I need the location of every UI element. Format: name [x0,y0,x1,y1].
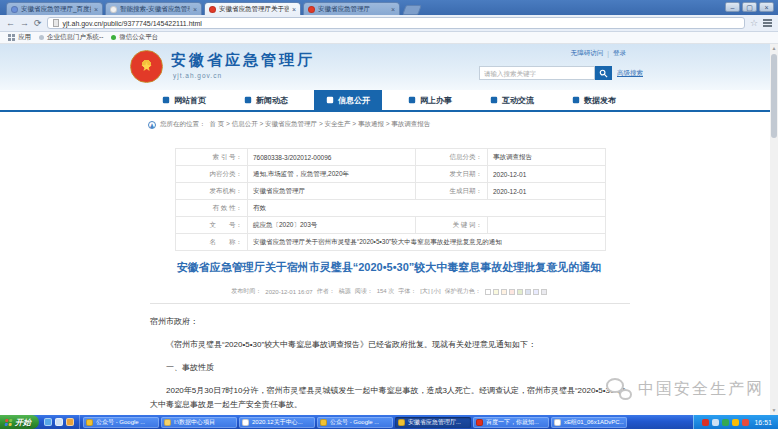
tab-close-icon[interactable]: × [391,6,395,13]
meta-label: 名 称： [176,234,248,251]
eye-color-swatch[interactable] [533,289,539,295]
meta-table-body: 索 引 号： 76080338-3/202012-00096 信息分类： 事故调… [176,149,606,251]
url-field[interactable]: yjt.ah.gov.cn/public/9377745/145422111.h… [47,17,745,29]
nav-item[interactable]: 网上办事 [396,90,464,110]
font-size-label: 字体： [398,287,416,296]
meta-value: 安徽省应急管理厅关于宿州市灵璧县“2020•5•30”较大中毒窒息事故处理批复意… [248,234,606,251]
meta-row: 索 引 号： 76080338-3/202012-00096 信息分类： 事故调… [176,149,606,166]
back-icon[interactable]: ← [6,19,15,28]
location-person-icon: ♟ [148,121,156,129]
eye-color-swatch[interactable] [541,289,547,295]
media-player-icon[interactable] [66,418,74,426]
bookmark-item[interactable]: 企业信息门户系统-- [39,33,103,42]
browser-menu-icon[interactable] [763,19,772,27]
document-meta-table: 索 引 号： 76080338-3/202012-00096 信息分类： 事故调… [175,148,606,251]
taskbar-task-button[interactable]: 安徽省应急管理厅... [395,417,471,428]
tab-favicon [110,6,117,13]
task-label: xE组01_06x1ADvPC... [564,418,624,427]
nav-item[interactable]: 新闻动态 [232,90,300,110]
tab-strip: 安徽省应急管理厅_百度搜 × 智能搜索-安徽省应急管理 × 安徽省应急管理厅关于… [6,2,420,15]
font-size-buttons[interactable]: [大] [小] [420,287,440,296]
views-label: 阅读： [355,287,373,296]
chrome-icon [320,419,327,426]
eye-color-swatch[interactable] [485,289,491,295]
taskbar-task-button[interactable]: 公众号 - Google ... [317,417,393,428]
bookmark-item[interactable]: 微信公众平台 [111,33,158,42]
eye-protect-swatches [485,289,547,295]
eye-color-swatch[interactable] [517,289,523,295]
volume-icon[interactable] [712,419,719,426]
nav-item[interactable]: 网站首页 [150,90,218,110]
nav-item[interactable]: 信息公开 [314,90,382,110]
eye-color-swatch[interactable] [525,289,531,295]
nav-label: 网站首页 [174,95,206,106]
tab-close-icon[interactable]: × [94,6,98,13]
update-icon[interactable] [742,419,749,426]
accessibility-link[interactable]: 无障碍访问 [571,49,604,58]
system-tray: 16:51 [693,415,778,429]
article-title: 安徽省应急管理厅关于宿州市灵璧县“2020•5•30”较大中毒窒息事故处理批复意… [89,260,689,275]
show-desktop-icon[interactable] [55,418,63,426]
new-tab-button[interactable] [402,5,422,15]
browser-tab[interactable]: 智能搜索-安徽省应急管理 × [105,2,202,15]
site-title: 安徽省应急管理厅 [171,51,315,70]
bookmark-favicon [111,35,116,40]
scroll-down-icon[interactable]: ▼ [770,406,778,415]
advanced-search-link[interactable]: 高级搜索 [617,69,643,78]
network-icon[interactable] [722,419,729,426]
link-separator: | [607,50,609,57]
tab-title: 智能搜索-安徽省应急管理 [120,5,190,14]
chrome-icon [398,419,405,426]
taskbar-task-button[interactable]: I:\数据中心项目 [161,417,237,428]
article-paragraph: 《宿州市灵璧县“2020•5•30”较大中毒窒息事故调查报告》已经省政府批复。现… [150,338,630,352]
scroll-up-icon[interactable]: ▲ [770,44,778,53]
url-text: yjt.ah.gov.cn/public/9377745/145422111.h… [63,20,202,27]
scrollbar-thumb[interactable] [771,54,777,138]
forward-icon[interactable]: → [20,19,29,28]
start-button[interactable]: 开始 [0,415,39,429]
meta-label: 发布机构： [176,183,248,200]
login-link[interactable]: 登录 [613,49,626,58]
page-scrollbar[interactable]: ▲ ▼ [770,44,778,415]
windows-logo-icon [5,419,13,426]
browser-tab[interactable]: 安徽省应急管理厅关于宿 × [204,2,301,15]
tab-close-icon[interactable]: × [193,6,197,13]
browser-tab[interactable]: 安徽省应急管理厅_百度搜 × [6,2,103,15]
taskbar-task-button[interactable]: 公众号 - Google ... [83,417,159,428]
meta-value: 通知,市场监管，应急管理,2020年 [248,166,416,183]
eye-color-swatch[interactable] [501,289,507,295]
folder-icon [164,419,171,426]
bookmark-star-icon[interactable]: ☆ [750,19,758,28]
input-method-icon[interactable] [732,419,739,426]
search-button[interactable] [595,66,612,80]
tab-close-icon[interactable]: × [292,6,296,13]
antivirus-icon[interactable] [702,419,709,426]
close-button[interactable]: × [759,2,774,12]
reload-icon[interactable]: ⟳ [34,19,42,28]
maximize-button[interactable]: ▢ [742,2,757,12]
address-bar: ← → ⟳ yjt.ah.gov.cn/public/9377745/14542… [0,15,778,32]
taskbar-task-button[interactable]: 百度一下，你就知... [473,417,549,428]
ie-icon[interactable] [44,418,52,426]
taskbar-task-button[interactable]: xE组01_06x1ADvPC... [551,417,627,428]
eye-color-swatch[interactable] [509,289,515,295]
apps-button[interactable]: 应用 [8,33,31,42]
minimize-button[interactable]: – [725,2,740,12]
meta-value: 事故调查报告 [488,149,606,166]
breadcrumb: ♟ 您所在的位置： 首 页 > 信息公开 > 安徽省应急管理厅 > 安全生产 >… [148,120,430,129]
taskbar-task-button[interactable]: 2020.12关于中心... [239,417,315,428]
breadcrumb-path[interactable]: 首 页 > 信息公开 > 安徽省应急管理厅 > 安全生产 > 事故通报 > 事故… [210,120,431,129]
task-label: I:\数据中心项目 [174,418,215,427]
search-input[interactable] [479,66,595,80]
tab-favicon [308,6,315,13]
meta-label: 关 键 词： [416,217,488,234]
eye-color-swatch[interactable] [493,289,499,295]
nav-item[interactable]: 数据发布 [560,90,628,110]
meta-label: 信息分类： [416,149,488,166]
browser-tab[interactable]: 安徽省应急管理厅 × [303,2,400,15]
news-icon [244,96,252,104]
meta-row: 名 称： 安徽省应急管理厅关于宿州市灵璧县“2020•5•30”较大中毒窒息事故… [176,234,606,251]
nav-item[interactable]: 互动交流 [478,90,546,110]
quick-launch [39,415,80,429]
tab-favicon [209,6,216,13]
